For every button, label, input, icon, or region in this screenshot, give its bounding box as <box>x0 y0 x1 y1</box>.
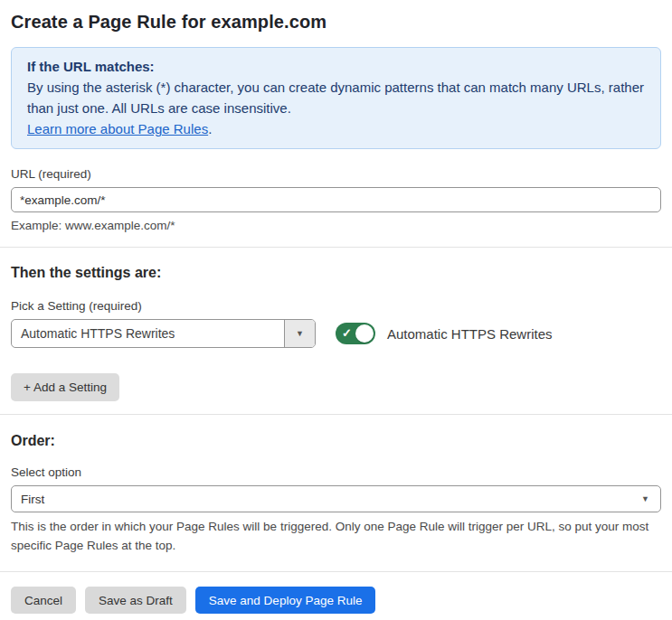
check-icon: ✓ <box>342 327 352 339</box>
settings-section-heading: Then the settings are: <box>11 265 661 281</box>
setting-select[interactable]: Automatic HTTPS Rewrites ▼ <box>11 319 316 348</box>
cancel-button[interactable]: Cancel <box>11 587 76 614</box>
chevron-down-icon: ▼ <box>296 329 304 338</box>
order-select[interactable]: First ▼ <box>11 485 661 512</box>
setting-select-value: Automatic HTTPS Rewrites <box>12 320 284 347</box>
order-select-value: First <box>21 493 44 506</box>
save-as-draft-button[interactable]: Save as Draft <box>85 587 186 614</box>
add-setting-button[interactable]: + Add a Setting <box>11 373 119 401</box>
url-example-helper: Example: www.example.com/* <box>11 219 661 232</box>
toggle-knob <box>355 324 374 343</box>
link-suffix: . <box>208 121 212 136</box>
divider <box>0 414 672 415</box>
setting-picker-row: Automatic HTTPS Rewrites ▼ ✓ Automatic H… <box>11 319 661 348</box>
order-helper-text: This is the order in which your Page Rul… <box>11 517 661 555</box>
page-title: Create a Page Rule for example.com <box>11 12 661 33</box>
chevron-down-icon: ▼ <box>641 494 649 503</box>
create-page-rule-form: Create a Page Rule for example.com If th… <box>0 0 672 614</box>
info-box-body: By using the asterisk (*) character, you… <box>27 77 645 118</box>
footer-actions: Cancel Save as Draft Save and Deploy Pag… <box>11 587 661 614</box>
divider <box>0 571 672 572</box>
setting-toggle[interactable]: ✓ <box>336 323 375 344</box>
setting-select-arrow-button[interactable]: ▼ <box>284 320 315 347</box>
info-box-heading: If the URL matches: <box>27 56 645 77</box>
info-box-link-line: Learn more about Page Rules. <box>27 118 645 139</box>
setting-toggle-label: Automatic HTTPS Rewrites <box>387 326 553 342</box>
divider <box>0 247 672 248</box>
order-section-heading: Order: <box>11 433 661 449</box>
pick-setting-label: Pick a Setting (required) <box>11 299 661 313</box>
save-and-deploy-button[interactable]: Save and Deploy Page Rule <box>195 587 376 614</box>
url-matches-info-box: If the URL matches: By using the asteris… <box>11 47 661 149</box>
url-field-label: URL (required) <box>11 167 661 181</box>
url-input[interactable] <box>11 187 661 212</box>
order-select-label: Select option <box>11 465 661 479</box>
learn-more-link[interactable]: Learn more about Page Rules <box>27 121 208 136</box>
